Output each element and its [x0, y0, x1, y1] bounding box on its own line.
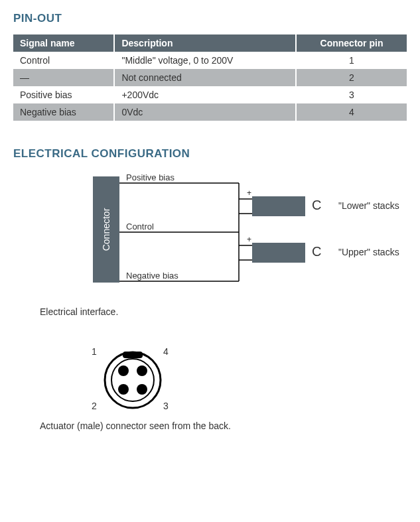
table-row: — Not connected 2 — [13, 69, 407, 86]
th-pin: Connector pin — [296, 34, 407, 52]
electrical-diagram: Connector Positive bias Control Negative… — [80, 170, 420, 302]
pin-number-1: 1 — [92, 346, 97, 357]
svg-point-14 — [137, 384, 147, 395]
section-title-pinout: PIN-OUT — [13, 12, 407, 25]
th-description: Description — [114, 34, 296, 52]
cell-description: "Middle" voltage, 0 to 200V — [114, 52, 296, 69]
cell-signal: Positive bias — [13, 86, 114, 103]
svg-point-11 — [118, 365, 129, 376]
table-header-row: Signal name Description Connector pin — [13, 34, 407, 52]
connector-icon — [66, 344, 199, 417]
capacitor-symbol: C — [312, 244, 321, 259]
cell-description: +200Vdc — [114, 86, 296, 103]
label-upper-stacks: "Upper" stacks — [338, 247, 399, 257]
pin-number-3: 3 — [163, 401, 169, 411]
cell-signal: Control — [13, 52, 114, 69]
plus-symbol: + — [247, 235, 251, 244]
pin-number-4: 4 — [163, 346, 169, 357]
label-lower-stacks: "Lower" stacks — [338, 200, 399, 211]
plus-symbol: + — [247, 188, 251, 198]
connector-label: Connector — [101, 208, 111, 251]
capacitor-symbol: C — [312, 198, 321, 213]
svg-point-13 — [118, 384, 129, 395]
svg-point-12 — [137, 365, 147, 376]
svg-point-8 — [105, 352, 161, 408]
cell-description: 0Vdc — [114, 103, 296, 121]
th-signal: Signal name — [13, 34, 114, 52]
diagram-caption: Electrical interface. — [40, 306, 407, 317]
cell-pin: 2 — [296, 69, 407, 86]
schematic-lines — [119, 170, 305, 289]
section-title-electrical: ELECTRICAL CONFIGURATION — [13, 147, 407, 161]
cell-pin: 1 — [296, 52, 407, 69]
cell-signal: — — [13, 69, 114, 86]
upper-stack-box — [252, 243, 305, 263]
connector-figure: 1 4 2 3 — [66, 344, 199, 417]
svg-rect-10 — [123, 352, 143, 358]
pinout-table: Signal name Description Connector pin Co… — [13, 34, 407, 121]
pin-number-2: 2 — [92, 401, 97, 411]
cell-pin: 4 — [296, 103, 407, 121]
cell-pin: 3 — [296, 86, 407, 103]
cell-description: Not connected — [114, 69, 296, 86]
table-row: Control "Middle" voltage, 0 to 200V 1 — [13, 52, 407, 69]
lower-stack-box — [252, 196, 305, 216]
table-row: Negative bias 0Vdc 4 — [13, 103, 407, 121]
table-row: Positive bias +200Vdc 3 — [13, 86, 407, 103]
connector-caption: Actuator (male) connector seen from the … — [40, 421, 407, 431]
connector-block: Connector — [93, 176, 119, 283]
cell-signal: Negative bias — [13, 103, 114, 121]
